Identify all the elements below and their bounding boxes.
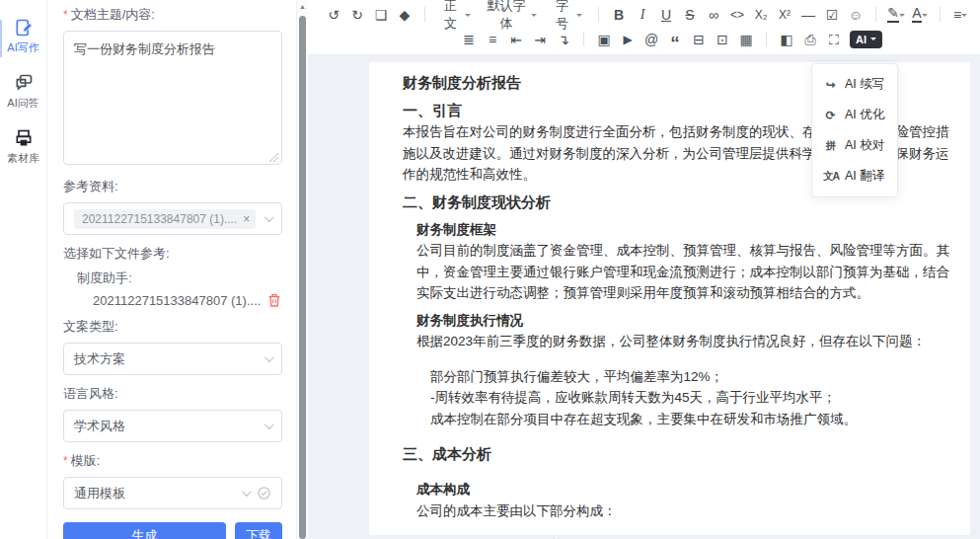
- italic-button[interactable]: I: [632, 4, 653, 26]
- divider-block-button[interactable]: ⊟: [688, 29, 710, 50]
- menu-item-ai-continue[interactable]: ↪AI 续写: [812, 69, 897, 100]
- page-break-button[interactable]: ⊡: [712, 29, 733, 50]
- strikethrough-icon: S: [685, 5, 694, 25]
- ai-writing-form: *文档主题/内容: 写一份财务制度分析报告 参考资料: 202112271513…: [47, 0, 296, 539]
- template-value: 通用模板: [74, 485, 242, 502]
- download-button[interactable]: 下载: [235, 522, 282, 539]
- redo-button[interactable]: ↻: [346, 4, 368, 26]
- trash-icon[interactable]: [266, 292, 282, 308]
- indent-icon: ⇥: [534, 30, 546, 49]
- ordered-list-button[interactable]: ≡: [482, 29, 503, 50]
- video-button[interactable]: ▶: [617, 29, 639, 50]
- font-color-button[interactable]: A: [909, 4, 931, 26]
- horizontal-rule-icon: —: [801, 5, 815, 25]
- topic-textarea-wrap: 写一份财务制度分析报告: [63, 31, 282, 168]
- subscript-button[interactable]: X₂: [750, 4, 772, 26]
- link-button[interactable]: ∞: [703, 4, 724, 26]
- template-select[interactable]: 通用模板: [63, 477, 282, 509]
- table-button[interactable]: ▦: [735, 29, 757, 50]
- doc-paragraph: 公司的成本主要由以下部分构成：: [403, 500, 950, 522]
- menu-item-label: AI 优化: [845, 107, 884, 123]
- font-size-select[interactable]: 字号: [545, 4, 590, 26]
- emoji-button[interactable]: ☺: [845, 4, 867, 26]
- doc-type-select[interactable]: 技术方案: [63, 343, 282, 375]
- ai-tools-button[interactable]: AI: [850, 31, 882, 48]
- scroll-up-arrow-icon[interactable]: ▲: [297, 0, 308, 14]
- scrollbar-thumb[interactable]: [299, 16, 306, 539]
- redo-icon: ↻: [351, 5, 363, 25]
- bullet-list-icon: ≣: [463, 30, 475, 49]
- menu-item-ai-optimize[interactable]: ⟳AI 优化: [812, 100, 897, 130]
- card-view-icon: ◧: [780, 30, 792, 49]
- outdent-button[interactable]: ⇤: [505, 29, 527, 50]
- format-painter-button[interactable]: ❏: [370, 4, 392, 26]
- clear-format-button[interactable]: ◆: [394, 4, 415, 26]
- font-size-select-value: 字号: [553, 0, 571, 33]
- caret-down-icon: [465, 14, 471, 20]
- library-icon: [14, 128, 34, 148]
- chevron-down-icon: [264, 212, 274, 222]
- subscript-icon: X₂: [755, 5, 768, 25]
- fullscreen-button[interactable]: ⛶: [823, 29, 845, 50]
- emoji-icon: ☺: [849, 5, 863, 25]
- card-view-button[interactable]: ◧: [776, 29, 797, 50]
- toolbar-row-1: ↺↻❏◆正文默认字体字号BIUS∞<>X₂X²—☑☺✎A≡: [322, 2, 972, 27]
- underline-button[interactable]: U: [655, 4, 677, 26]
- rail-item-ai-qa[interactable]: AI问答: [0, 73, 47, 111]
- fullscreen-icon: ⛶: [829, 30, 839, 49]
- undo-button[interactable]: ↺: [323, 4, 344, 26]
- doc-heading: 成本构成: [403, 479, 950, 500]
- doc-paragraph: 成本控制在部分项目中存在超支现象，主要集中在研发和市场推广领域。: [403, 409, 950, 430]
- bullet-list-button[interactable]: ≣: [458, 29, 480, 50]
- align-icon: ≡: [953, 5, 961, 25]
- doc-paragraph: 根据2023年前三季度的财务数据，公司整体财务制度执行情况良好，但存在以下问题：: [403, 331, 950, 352]
- print-button[interactable]: ⎙: [799, 29, 821, 50]
- menu-item-ai-proofread[interactable]: 拼AI 校对: [812, 130, 897, 161]
- continue-writing-icon: ↪: [823, 78, 838, 92]
- rail-item-material-library[interactable]: 素材库: [0, 128, 47, 166]
- font-family-select[interactable]: 默认字体: [479, 4, 545, 26]
- menu-item-label: AI 校对: [845, 137, 884, 154]
- language-style-select[interactable]: 学术风格: [63, 410, 282, 442]
- underline-icon: U: [661, 5, 671, 25]
- editor-toolbar: ↺↻❏◆正文默认字体字号BIUS∞<>X₂X²—☑☺✎A≡ ≣≡⇤⇥↴▣▶@“⊟…: [308, 0, 980, 55]
- horizontal-rule-button[interactable]: —: [797, 4, 819, 26]
- doc-heading: 财务制度执行情况: [403, 310, 950, 332]
- doc-paragraph: -周转效率有待提高，应收账款周转天数为45天，高于行业平均水平；: [403, 387, 950, 409]
- line-break-button[interactable]: ↴: [553, 29, 574, 50]
- attachment-button[interactable]: @: [641, 29, 662, 50]
- code-button[interactable]: <>: [726, 4, 748, 26]
- image-button[interactable]: ▣: [593, 29, 615, 50]
- reference-file-row: 2021122715133847807 (1)....: [93, 292, 282, 308]
- doc-type-label: 文案类型:: [63, 318, 282, 336]
- superscript-button[interactable]: X²: [774, 4, 795, 26]
- strikethrough-button[interactable]: S: [679, 4, 701, 26]
- reference-select[interactable]: 2021122715133847807 (1).... ×: [63, 202, 282, 235]
- bold-button[interactable]: B: [608, 4, 630, 26]
- tag-close-icon[interactable]: ×: [243, 212, 250, 226]
- toolbar-divider: [424, 7, 425, 22]
- rail-item-ai-writing[interactable]: AI写作: [0, 18, 47, 55]
- doc-paragraph: 部分部门预算执行偏差较大，平均偏差率为12%；: [403, 366, 950, 388]
- assistant-label: 制度助手:: [77, 270, 282, 287]
- align-button[interactable]: ≡: [949, 4, 971, 26]
- task-list-button[interactable]: ☑: [821, 4, 843, 26]
- generate-button[interactable]: 生成: [63, 522, 226, 539]
- panel-scrollbar[interactable]: ▲: [296, 0, 308, 539]
- indent-button[interactable]: ⇥: [529, 29, 551, 50]
- chevron-down-icon: [264, 420, 274, 429]
- toolbar-divider: [875, 7, 876, 22]
- paragraph-style-select[interactable]: 正文: [433, 4, 479, 26]
- caret-down-icon: [870, 38, 876, 43]
- required-mark: *: [63, 8, 68, 22]
- checkbox-icon: ☑: [826, 5, 839, 25]
- outdent-icon: ⇤: [510, 30, 522, 49]
- caret-down-icon: [922, 14, 928, 20]
- quote-button[interactable]: “: [664, 29, 686, 50]
- table-icon: ▦: [739, 30, 752, 49]
- highlight-color-button[interactable]: ✎: [885, 4, 907, 26]
- topic-textarea[interactable]: 写一份财务制度分析报告: [63, 31, 282, 165]
- optimize-icon: ⟳: [823, 109, 838, 122]
- menu-item-ai-translate[interactable]: 文AAI 翻译: [812, 161, 897, 192]
- app-window: AI写作AI问答素材库 *文档主题/内容: 写一份财务制度分析报告 参考资料: …: [0, 0, 980, 539]
